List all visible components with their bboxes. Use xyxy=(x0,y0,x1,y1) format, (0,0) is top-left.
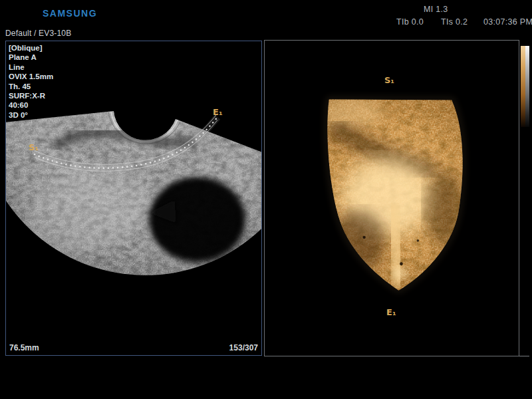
render-settings-block: [Oblique] Plane A Line OVIX 1.5mm Th. 45… xyxy=(9,43,53,120)
mi-index: MI 1.3 xyxy=(424,5,448,14)
trace-start-label: S₁ xyxy=(29,142,39,152)
setting-ovix: OVIX 1.5mm xyxy=(9,72,53,81)
bottom-border-segment xyxy=(519,356,529,356)
scan-depth-label: 76.5mm xyxy=(9,343,39,352)
setting-plane: Plane A xyxy=(9,53,53,62)
render-colormap-bar xyxy=(521,46,529,127)
tib-index: TIb 0.0 xyxy=(396,17,424,27)
panel-2d-plane-a[interactable]: [Oblique] Plane A Line OVIX 1.5mm Th. 45… xyxy=(5,41,262,356)
ultrasound-screen: SAMSUNG MI 1.3 TIb 0.0 TIs 0.2 03:07:36 … xyxy=(0,0,532,399)
trace-end-label: E₁ xyxy=(213,107,223,117)
gray-gradient-strip xyxy=(525,46,529,127)
setting-3d-angle: 3D 0° xyxy=(9,110,53,120)
anechoic-cyst xyxy=(148,177,245,262)
setting-mix-ratio: 40:60 xyxy=(9,100,53,110)
clock: 03:07:36 PM xyxy=(483,17,532,27)
panel-3d-render[interactable]: S₁ E₁ xyxy=(264,40,519,356)
probe-preset-label: Default / EV3-10B xyxy=(5,29,71,38)
setting-mode: [Oblique] xyxy=(9,43,53,53)
amber-gradient-strip xyxy=(521,46,525,127)
render-end-marker: E₁ xyxy=(386,307,396,317)
setting-trace-type: Line xyxy=(9,63,53,72)
tis-index: TIs 0.2 xyxy=(441,17,467,27)
cine-frame-counter: 153/307 xyxy=(229,343,258,352)
setting-surface: SURF:X-R xyxy=(9,91,53,100)
samsung-logo: SAMSUNG xyxy=(43,8,97,19)
render-start-marker: S₁ xyxy=(384,75,394,85)
setting-thickness: Th. 45 xyxy=(9,82,53,91)
